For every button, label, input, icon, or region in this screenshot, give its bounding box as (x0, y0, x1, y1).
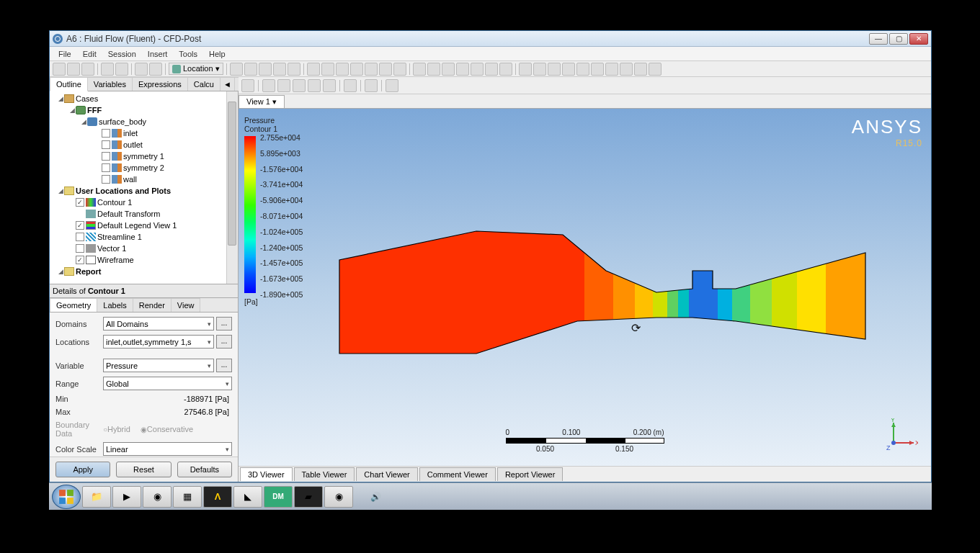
vp-split-button[interactable] (365, 79, 378, 92)
btn-locations-more[interactable]: ... (216, 335, 232, 349)
toolbar-btn[interactable] (620, 63, 633, 76)
tree-user-locations[interactable]: User Locations and Plots (76, 186, 171, 195)
dtab-geometry[interactable]: Geometry (50, 298, 97, 312)
tab-calculators[interactable]: Calcu (187, 77, 220, 91)
tree-wireframe[interactable]: Wireframe (97, 256, 134, 264)
tree-fff[interactable]: FFF (87, 106, 102, 114)
outline-tree[interactable]: ◢Cases ◢FFF ◢surface_body inlet outlet s… (50, 91, 238, 284)
toolbar-btn[interactable] (101, 63, 114, 76)
dtab-render[interactable]: Render (133, 298, 172, 312)
tree-default-transform[interactable]: Default Transform (97, 210, 160, 218)
dtab-view[interactable]: View (171, 298, 201, 312)
minimize-button[interactable]: — (869, 33, 888, 45)
toolbar-btn[interactable] (307, 63, 320, 76)
tree-scrollbar[interactable] (226, 91, 238, 284)
view-tab[interactable]: View 1 ▾ (239, 95, 285, 108)
tree-surface-body[interactable]: surface_body (99, 117, 146, 126)
redo-button[interactable] (149, 63, 162, 76)
ftab-chart-viewer[interactable]: Chart Viewer (356, 467, 417, 481)
menu-help[interactable]: Help (203, 48, 231, 60)
toolbar-btn[interactable] (393, 63, 406, 76)
toolbar-btn[interactable] (288, 63, 300, 76)
ftab-table-viewer[interactable]: Table Viewer (294, 467, 355, 481)
vp-zoombox-button[interactable] (308, 79, 321, 92)
toolbar-btn[interactable] (350, 63, 363, 76)
task-app[interactable]: ▦ (173, 486, 202, 508)
dtab-labels[interactable]: Labels (97, 298, 133, 312)
tree-wall[interactable]: wall (123, 175, 137, 184)
scrollbar-thumb[interactable] (228, 102, 236, 246)
vp-fit-button[interactable] (323, 79, 336, 92)
tab-variables[interactable]: Variables (87, 77, 133, 91)
vp-help-button[interactable] (386, 79, 398, 92)
toolbar-btn[interactable] (649, 63, 662, 76)
toolbar-btn[interactable] (273, 63, 286, 76)
toolbar-btn[interactable] (471, 63, 484, 76)
toolbar-btn[interactable] (499, 63, 512, 76)
btn-variable-more[interactable]: ... (216, 359, 232, 372)
tree-default-legend[interactable]: Default Legend View 1 (97, 221, 177, 230)
combo-locations[interactable]: inlet,outlet,symmetry 1,s (103, 335, 214, 349)
reset-button[interactable]: Reset (116, 462, 171, 477)
toolbar-btn[interactable] (634, 63, 647, 76)
task-app[interactable]: ◣ (233, 486, 262, 508)
tree-inlet[interactable]: inlet (123, 129, 138, 138)
task-cfdpost[interactable]: ◉ (324, 486, 353, 508)
apply-button[interactable]: Apply (55, 462, 110, 477)
btn-domains-more[interactable]: ... (216, 317, 232, 331)
toolbar-btn[interactable] (442, 63, 455, 76)
vp-w-button[interactable] (344, 79, 357, 92)
toolbar-btn[interactable] (53, 63, 66, 76)
tree-symmetry-1[interactable]: symmetry 1 (123, 152, 164, 161)
task-designmodeler[interactable]: DM (264, 486, 293, 508)
combo-range[interactable]: Global (103, 377, 232, 390)
tree-streamline-1[interactable]: Streamline 1 (97, 233, 142, 241)
toolbar-btn[interactable] (259, 63, 272, 76)
toolbar-btn[interactable] (365, 63, 378, 76)
toolbar-btn[interactable] (591, 63, 604, 76)
toolbar-btn[interactable] (67, 63, 80, 76)
ftab-3d-viewer[interactable]: 3D Viewer (240, 467, 293, 481)
combo-variable[interactable]: Pressure (103, 359, 214, 372)
tray-speaker-icon[interactable]: 🔊 (370, 492, 381, 502)
vp-rotate-button[interactable] (262, 79, 275, 92)
toolbar-btn[interactable] (519, 63, 532, 76)
toolbar-btn[interactable] (485, 63, 498, 76)
tab-outline[interactable]: Outline (50, 77, 88, 91)
tree-cases[interactable]: Cases (76, 94, 98, 103)
toolbar-btn[interactable] (562, 63, 575, 76)
toolbar-btn[interactable] (81, 63, 94, 76)
toolbar-btn[interactable] (533, 63, 546, 76)
toolbar-btn[interactable] (548, 63, 561, 76)
axis-triad[interactable]: X Y Z (885, 418, 918, 451)
menu-edit[interactable]: Edit (77, 48, 102, 60)
menu-file[interactable]: File (53, 48, 77, 60)
tree-vector-1[interactable]: Vector 1 (97, 244, 126, 253)
viewport-3d[interactable]: Pressure Contour 1 2.755e+004 5.895e+003… (239, 109, 931, 466)
task-app[interactable]: ▰ (294, 486, 323, 508)
location-dropdown[interactable]: Location ▾ (169, 63, 223, 75)
maximize-button[interactable]: ▢ (889, 33, 908, 45)
task-explorer[interactable]: 📁 (82, 486, 111, 508)
start-button[interactable] (52, 485, 81, 509)
toolbar-btn[interactable] (230, 63, 243, 76)
vp-zoom-button[interactable] (293, 79, 306, 92)
ftab-report-viewer[interactable]: Report Viewer (497, 467, 564, 481)
defaults-button[interactable]: Defaults (177, 462, 232, 477)
tree-outlet[interactable]: outlet (123, 140, 143, 149)
ftab-comment-viewer[interactable]: Comment Viewer (419, 467, 496, 481)
tab-expressions[interactable]: Expressions (132, 77, 188, 91)
titlebar[interactable]: A6 : Fluid Flow (Fluent) - CFD-Post — ▢ … (50, 31, 931, 47)
menu-insert[interactable]: Insert (142, 48, 174, 60)
tree-report[interactable]: Report (76, 267, 101, 276)
toolbar-btn[interactable] (413, 63, 426, 76)
combo-colorscale[interactable]: Linear (103, 442, 232, 456)
undo-button[interactable] (135, 63, 148, 76)
tab-scroll-left[interactable]: ◄ (220, 77, 235, 91)
tree-symmetry-2[interactable]: symmetry 2 (123, 163, 164, 172)
task-chrome[interactable]: ◉ (143, 486, 172, 508)
taskbar[interactable]: 📁 ▶ ◉ ▦ Λ ◣ DM ▰ ◉ 🔊 (49, 482, 932, 510)
toolbar-btn[interactable] (605, 63, 618, 76)
toolbar-btn[interactable] (456, 63, 469, 76)
toolbar-btn[interactable] (576, 63, 589, 76)
